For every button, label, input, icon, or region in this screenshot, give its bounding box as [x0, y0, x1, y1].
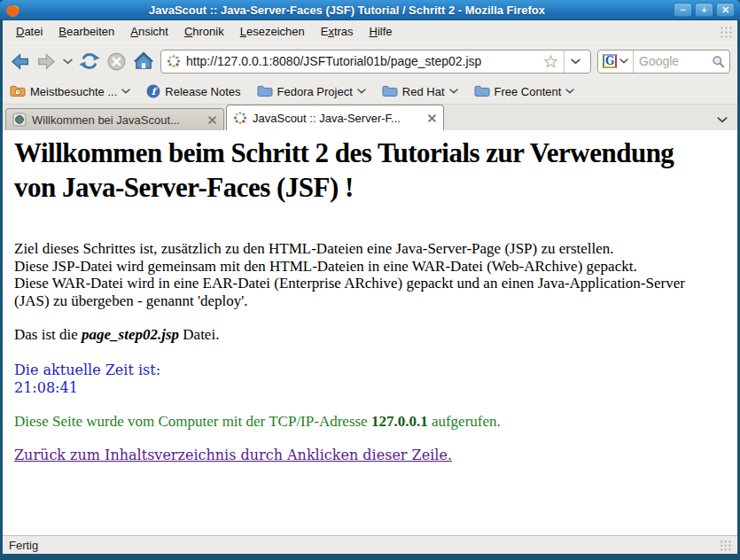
firefox-logo-icon	[5, 3, 20, 18]
navigation-toolbar: http://127.0.0.1:8080/JSFTutorial01b/pag…	[3, 43, 737, 79]
maximize-button[interactable]: +	[695, 3, 713, 17]
window-title: JavaScout :: Java-Server-Faces (JSF) Tut…	[20, 4, 674, 17]
menu-lesezeichen[interactable]: Lesezeichen	[232, 22, 313, 41]
search-go-button[interactable]	[707, 55, 729, 68]
resize-grip[interactable]	[720, 540, 731, 551]
menu-chronik[interactable]: Chronik	[176, 22, 232, 41]
tab-strip: Willkommen bei JavaScout... JavaScout ::…	[3, 104, 737, 130]
loading-favicon-icon	[233, 111, 247, 125]
back-button[interactable]	[10, 51, 30, 72]
bookmark-star-icon[interactable]	[543, 54, 558, 69]
search-box[interactable]: G Google	[597, 50, 730, 74]
menu-datei[interactable]: Datei	[8, 22, 51, 41]
folder-icon	[257, 85, 273, 97]
bookmark-meistbesuchte[interactable]: Meistbesuchte ...	[10, 85, 130, 98]
throbber-grip	[720, 26, 732, 38]
time-label: Die aktuelle Zeit ist:	[14, 362, 713, 379]
paragraph-line: Diese JSP-Datei wird gemeinsam mit den H…	[14, 258, 698, 276]
menu-bearbeiten[interactable]: Bearbeiten	[51, 22, 122, 41]
tab-close-icon[interactable]	[427, 113, 437, 123]
chevron-down-icon	[449, 89, 458, 94]
paragraph-line: Diese WAR-Datei wird in eine EAR-Datei (…	[14, 275, 698, 309]
url-bar[interactable]: http://127.0.0.1:8080/JSFTutorial01b/pag…	[160, 50, 591, 74]
page-content: Willkommen beim Schritt 2 des Tutorials …	[3, 130, 737, 535]
bookmark-fedora-project[interactable]: Fedora Project	[257, 85, 366, 98]
tab-list-dropdown-button[interactable]	[717, 117, 735, 130]
page-heading: Willkommen beim Schritt 2 des Tutorials …	[14, 136, 713, 205]
paragraph-line: Ziel dieses Schrittes ist, zusätzlich zu…	[14, 240, 698, 258]
chevron-down-icon	[63, 58, 73, 65]
close-button[interactable]: ✕	[716, 3, 735, 17]
bookmarks-toolbar: Meistbesuchte ... Release Notes Fedora P…	[3, 79, 737, 104]
search-input[interactable]: Google	[634, 54, 707, 68]
file-line-suffix: Datei.	[179, 326, 219, 343]
search-icon	[712, 55, 725, 68]
chevron-down-icon	[717, 117, 728, 123]
tab-javascout-active[interactable]: JavaScout :: Java-Server-F...	[226, 105, 444, 130]
bookmark-red-hat[interactable]: Red Hat	[382, 85, 458, 98]
ip-line-suffix: aufgerufen.	[428, 413, 501, 430]
bookmark-free-content[interactable]: Free Content	[474, 85, 575, 98]
reload-icon	[79, 51, 100, 72]
file-line: Das ist die page_step02.jsp Datei.	[14, 326, 713, 344]
bookmark-label: Release Notes	[165, 85, 240, 98]
url-dropdown-button[interactable]	[564, 51, 587, 73]
folder-icon	[474, 85, 490, 97]
chevron-down-icon	[571, 58, 580, 65]
reload-button[interactable]	[79, 51, 100, 72]
search-engine-button[interactable]: G	[598, 51, 634, 73]
minimize-button[interactable]: −	[674, 3, 692, 17]
chevron-down-icon	[357, 89, 366, 94]
site-favicon-icon	[167, 54, 181, 68]
ip-line: Diese Seite wurde vom Computer mit der T…	[14, 413, 713, 431]
tab-title: JavaScout :: Java-Server-F...	[253, 112, 422, 125]
home-icon	[133, 51, 154, 72]
bookmark-label: Fedora Project	[277, 85, 353, 98]
jsp-file-name: page_step02.jsp	[82, 326, 179, 343]
menu-bar: Datei Bearbeiten Ansicht Chronik Lesezei…	[3, 20, 737, 43]
file-line-prefix: Das ist die	[14, 326, 82, 343]
firefox-window: JavaScout :: Java-Server-Faces (JSF) Tut…	[0, 0, 740, 560]
menu-ansicht[interactable]: Ansicht	[122, 22, 176, 41]
chevron-down-icon	[121, 89, 130, 94]
status-text: Fertig	[9, 539, 38, 552]
forward-icon	[36, 51, 57, 72]
folder-icon	[382, 85, 398, 97]
bookmark-label: Meistbesuchte ...	[30, 85, 117, 98]
chevron-down-icon	[619, 58, 628, 64]
back-to-toc-link[interactable]: Zurück zum Inhaltsverzeichnis durch Ankl…	[14, 447, 452, 463]
google-g-icon: G	[603, 54, 617, 68]
time-block: Die aktuelle Zeit ist: 21:08:41	[14, 362, 713, 396]
menu-hilfe[interactable]: Hilfe	[362, 22, 401, 41]
fedora-icon	[146, 84, 160, 98]
bookmark-label: Free Content	[495, 85, 562, 98]
bookmark-label: Red Hat	[402, 85, 445, 98]
stop-icon	[106, 51, 127, 72]
time-value: 21:08:41	[14, 379, 713, 397]
status-bar: Fertig	[3, 535, 737, 554]
url-text[interactable]: http://127.0.0.1:8080/JSFTutorial01b/pag…	[186, 54, 538, 68]
page-favicon-icon	[12, 113, 27, 127]
forward-button[interactable]	[36, 51, 57, 72]
intro-paragraph: Ziel dieses Schrittes ist, zusätzlich zu…	[14, 240, 698, 309]
ip-line-prefix: Diese Seite wurde vom Computer mit der T…	[14, 413, 371, 430]
home-button[interactable]	[133, 51, 154, 72]
ip-address: 127.0.0.1	[371, 413, 428, 430]
back-icon	[10, 51, 30, 72]
tab-close-icon[interactable]	[207, 115, 217, 125]
tab-title: Willkommen bei JavaScout...	[32, 113, 202, 127]
chevron-down-icon	[565, 89, 574, 94]
stop-button[interactable]	[106, 51, 127, 72]
title-bar: JavaScout :: Java-Server-Faces (JSF) Tut…	[0, 0, 740, 20]
bookmark-release-notes[interactable]: Release Notes	[146, 84, 240, 98]
history-folder-icon	[10, 85, 26, 97]
menu-extras[interactable]: Extras	[313, 22, 362, 41]
tab-willkommen[interactable]: Willkommen bei JavaScout...	[5, 108, 224, 130]
history-dropdown-button[interactable]	[63, 58, 73, 65]
